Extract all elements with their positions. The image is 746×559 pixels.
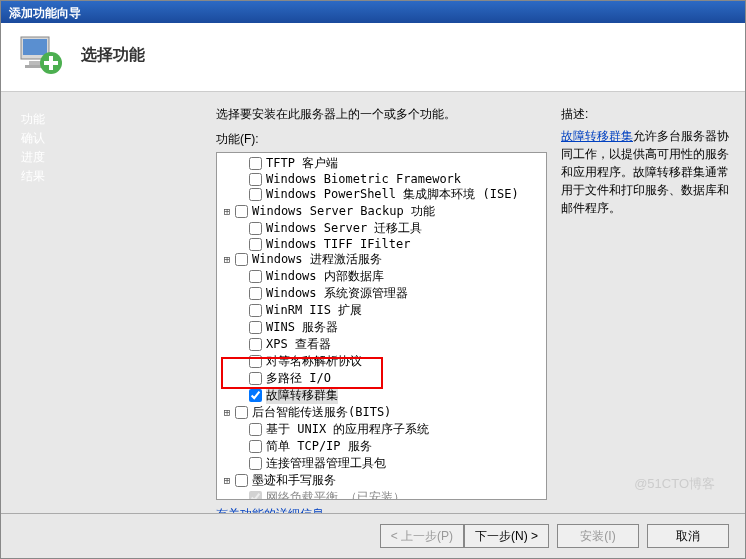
feature-checkbox[interactable] bbox=[249, 491, 262, 500]
feature-item[interactable]: +Windows 系统资源管理器 bbox=[219, 285, 544, 302]
feature-item[interactable]: +WinRM IIS 扩展 bbox=[219, 302, 544, 319]
sidebar-item-confirm[interactable]: 确认 bbox=[21, 129, 196, 148]
feature-label: Windows Server Backup 功能 bbox=[252, 203, 435, 220]
wizard-icon bbox=[17, 31, 65, 79]
feature-label: 多路径 I/O bbox=[266, 370, 331, 387]
feature-label: 故障转移群集 bbox=[266, 387, 338, 404]
feature-label: 后台智能传送服务(BITS) bbox=[252, 404, 391, 421]
feature-label: 墨迹和手写服务 bbox=[252, 472, 336, 489]
feature-item[interactable]: ⊞墨迹和手写服务 bbox=[219, 472, 544, 489]
feature-item[interactable]: +网络负载平衡 （已安装） bbox=[219, 489, 544, 500]
feature-item[interactable]: +Windows 内部数据库 bbox=[219, 268, 544, 285]
feature-label: Windows 系统资源管理器 bbox=[266, 285, 408, 302]
instruction-text: 选择要安装在此服务器上的一个或多个功能。 bbox=[216, 106, 547, 123]
feature-item[interactable]: +基于 UNIX 的应用程序子系统 bbox=[219, 421, 544, 438]
feature-item[interactable]: +故障转移群集 bbox=[219, 387, 544, 404]
main-left: 选择要安装在此服务器上的一个或多个功能。 功能(F): +TFTP 客户端+Wi… bbox=[216, 106, 547, 510]
feature-item[interactable]: +对等名称解析协议 bbox=[219, 353, 544, 370]
footer: < 上一步(P) 下一步(N) > 安装(I) 取消 bbox=[1, 513, 745, 558]
feature-checkbox[interactable] bbox=[249, 188, 262, 201]
svg-rect-6 bbox=[44, 61, 58, 65]
main-panel: 选择要安装在此服务器上的一个或多个功能。 功能(F): +TFTP 客户端+Wi… bbox=[196, 92, 745, 510]
feature-label: Windows Biometric Framework bbox=[266, 172, 461, 186]
feature-label: 连接管理器管理工具包 bbox=[266, 455, 386, 472]
sidebar-item-results[interactable]: 结果 bbox=[21, 167, 196, 186]
feature-label: Windows 内部数据库 bbox=[266, 268, 384, 285]
feature-checkbox[interactable] bbox=[249, 338, 262, 351]
wizard-window: 添加功能向导 选择功能 功能 确认 进度 结果 选择要安装在此服务器上的一个或多 bbox=[0, 0, 746, 559]
feature-label: 简单 TCP/IP 服务 bbox=[266, 438, 372, 455]
feature-label: 基于 UNIX 的应用程序子系统 bbox=[266, 421, 429, 438]
feature-item[interactable]: +Windows Biometric Framework bbox=[219, 172, 544, 186]
feature-checkbox[interactable] bbox=[249, 173, 262, 186]
feature-item[interactable]: ⊞Windows Server Backup 功能 bbox=[219, 203, 544, 220]
titlebar[interactable]: 添加功能向导 bbox=[1, 1, 745, 23]
sidebar-item-features[interactable]: 功能 bbox=[21, 110, 196, 129]
description-link[interactable]: 故障转移群集 bbox=[561, 129, 633, 143]
feature-label: Windows 进程激活服务 bbox=[252, 251, 382, 268]
feature-label: TFTP 客户端 bbox=[266, 155, 338, 172]
feature-item[interactable]: +连接管理器管理工具包 bbox=[219, 455, 544, 472]
feature-item[interactable]: +简单 TCP/IP 服务 bbox=[219, 438, 544, 455]
prev-button[interactable]: < 上一步(P) bbox=[380, 524, 464, 548]
sidebar-item-progress[interactable]: 进度 bbox=[21, 148, 196, 167]
features-label: 功能(F): bbox=[216, 131, 547, 148]
feature-item[interactable]: ⊞Windows 进程激活服务 bbox=[219, 251, 544, 268]
sidebar: 功能 确认 进度 结果 bbox=[1, 92, 196, 510]
expand-icon[interactable]: ⊞ bbox=[221, 205, 233, 218]
feature-checkbox[interactable] bbox=[249, 222, 262, 235]
feature-label: WinRM IIS 扩展 bbox=[266, 302, 362, 319]
header: 选择功能 bbox=[1, 23, 745, 92]
feature-checkbox[interactable] bbox=[249, 457, 262, 470]
feature-checkbox[interactable] bbox=[235, 474, 248, 487]
expand-icon[interactable]: ⊞ bbox=[221, 253, 233, 266]
feature-checkbox[interactable] bbox=[249, 423, 262, 436]
feature-label: Windows TIFF IFilter bbox=[266, 237, 411, 251]
feature-checkbox[interactable] bbox=[235, 406, 248, 419]
feature-checkbox[interactable] bbox=[235, 205, 248, 218]
feature-label: WINS 服务器 bbox=[266, 319, 338, 336]
feature-checkbox[interactable] bbox=[249, 270, 262, 283]
description-text: 故障转移群集允许多台服务器协同工作，以提供高可用性的服务和应用程序。故障转移群集… bbox=[561, 127, 733, 217]
feature-checkbox[interactable] bbox=[249, 372, 262, 385]
description-label: 描述: bbox=[561, 106, 733, 123]
feature-label: Windows PowerShell 集成脚本环境 (ISE) bbox=[266, 186, 519, 203]
feature-item[interactable]: +Windows PowerShell 集成脚本环境 (ISE) bbox=[219, 186, 544, 203]
feature-checkbox[interactable] bbox=[249, 321, 262, 334]
svg-rect-1 bbox=[23, 39, 47, 55]
feature-label: Windows Server 迁移工具 bbox=[266, 220, 422, 237]
feature-checkbox[interactable] bbox=[235, 253, 248, 266]
feature-label: XPS 查看器 bbox=[266, 336, 331, 353]
expand-icon[interactable]: ⊞ bbox=[221, 406, 233, 419]
nav-button-group: < 上一步(P) 下一步(N) > bbox=[380, 524, 549, 548]
feature-checkbox[interactable] bbox=[249, 304, 262, 317]
feature-checkbox[interactable] bbox=[249, 157, 262, 170]
feature-checkbox[interactable] bbox=[249, 440, 262, 453]
window-title: 添加功能向导 bbox=[9, 6, 81, 20]
feature-item[interactable]: +Windows TIFF IFilter bbox=[219, 237, 544, 251]
next-button[interactable]: 下一步(N) > bbox=[464, 524, 549, 548]
feature-checkbox[interactable] bbox=[249, 355, 262, 368]
svg-rect-2 bbox=[29, 61, 41, 65]
feature-label: 网络负载平衡 （已安装） bbox=[266, 489, 405, 500]
content: 功能 确认 进度 结果 选择要安装在此服务器上的一个或多个功能。 功能(F): … bbox=[1, 92, 745, 510]
feature-list[interactable]: +TFTP 客户端+Windows Biometric Framework+Wi… bbox=[216, 152, 547, 500]
feature-item[interactable]: +Windows Server 迁移工具 bbox=[219, 220, 544, 237]
feature-item[interactable]: ⊞后台智能传送服务(BITS) bbox=[219, 404, 544, 421]
feature-item[interactable]: +多路径 I/O bbox=[219, 370, 544, 387]
feature-checkbox[interactable] bbox=[249, 238, 262, 251]
feature-label: 对等名称解析协议 bbox=[266, 353, 362, 370]
install-button[interactable]: 安装(I) bbox=[557, 524, 639, 548]
expand-icon[interactable]: ⊞ bbox=[221, 474, 233, 487]
description-panel: 描述: 故障转移群集允许多台服务器协同工作，以提供高可用性的服务和应用程序。故障… bbox=[561, 106, 733, 510]
feature-checkbox[interactable] bbox=[249, 389, 262, 402]
feature-item[interactable]: +XPS 查看器 bbox=[219, 336, 544, 353]
feature-checkbox[interactable] bbox=[249, 287, 262, 300]
cancel-button[interactable]: 取消 bbox=[647, 524, 729, 548]
page-title: 选择功能 bbox=[81, 45, 145, 66]
feature-item[interactable]: +WINS 服务器 bbox=[219, 319, 544, 336]
feature-item[interactable]: +TFTP 客户端 bbox=[219, 155, 544, 172]
